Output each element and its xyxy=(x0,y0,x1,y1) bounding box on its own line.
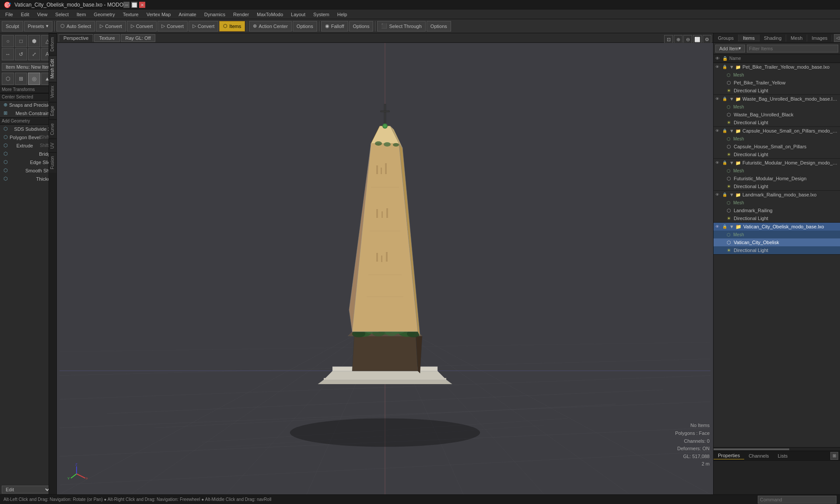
add-item-button[interactable]: Add Item ▾ xyxy=(715,45,745,52)
side-tab-edge[interactable]: Edge xyxy=(49,102,56,119)
tool-deform-icon[interactable]: ⬡ xyxy=(2,73,14,85)
items-list[interactable]: 👁 🔒 ▼ 📁 Pet_Bike_Trailer_Yellow_modo_bas… xyxy=(714,63,840,447)
tab-shading[interactable]: Shading xyxy=(760,35,786,42)
expand-left-icon[interactable]: ◁ xyxy=(834,34,840,42)
tool-sphere2-icon[interactable]: ◎ xyxy=(28,73,40,85)
smooth-shift-item[interactable]: ⬡ Smooth Shift xyxy=(0,166,56,175)
menu-item[interactable]: Item xyxy=(73,11,89,18)
auto-select-button[interactable]: ⬡ Auto Select xyxy=(56,21,95,32)
close-button[interactable]: ✕ xyxy=(139,2,145,8)
side-tab-curve[interactable]: Curve xyxy=(49,119,56,139)
side-tab-mesh-edit[interactable]: Mesh Edit xyxy=(49,55,56,82)
convert1-button[interactable]: ▷ Convert xyxy=(96,21,126,32)
mesh-constraints-item[interactable]: ⊞ Mesh Constraints xyxy=(0,109,56,117)
tool-scale-icon[interactable]: ⤢ xyxy=(28,48,40,60)
file-item-landmark[interactable]: 👁 🔒 ▼ 📁 Landmark_Railing_modo_base.lxo xyxy=(714,191,840,199)
side-tab-uv[interactable]: UV xyxy=(49,139,56,152)
vp-maximize-icon[interactable]: ⬜ xyxy=(693,35,702,44)
file-item-pet-bike[interactable]: 👁 🔒 ▼ 📁 Pet_Bike_Trailer_Yellow_modo_bas… xyxy=(714,63,840,71)
tool-rotate-icon[interactable]: ↺ xyxy=(15,48,27,60)
convert3-button[interactable]: ▷ Convert xyxy=(158,21,188,32)
mesh-item-vatican[interactable]: ⬡ Mesh xyxy=(714,231,840,238)
tool-cube-icon[interactable]: □ xyxy=(15,35,27,47)
tab-images[interactable]: Images xyxy=(807,35,832,42)
file-item-capsule[interactable]: 👁 🔒 ▼ 📁 Capsule_House_Small_on_Pillars_m… xyxy=(714,127,840,135)
menu-file[interactable]: File xyxy=(2,11,17,18)
snaps-precision-item[interactable]: ⊕ Snaps and Precision xyxy=(0,101,56,109)
obj-item-waste-bag[interactable]: ⬡ Waste_Bag_Unrolled_Black xyxy=(714,111,840,119)
expand-arrow-icon3[interactable]: ▼ xyxy=(729,128,734,133)
expand-arrow-icon5[interactable]: ▼ xyxy=(729,192,734,197)
add-geometry-header[interactable]: Add Geometry ▾ xyxy=(0,117,56,125)
thicken-item[interactable]: ⬡ Thicken xyxy=(0,175,56,183)
side-tab-fusion[interactable]: Fusion xyxy=(49,152,56,173)
mesh-item-pet-bike[interactable]: ⬡ Mesh xyxy=(714,71,840,79)
vp-settings-icon[interactable]: ⚙ xyxy=(703,35,711,44)
polygon-bevel-item[interactable]: ⬡ Polygon Bevel Shift-B xyxy=(0,133,56,141)
tool-cylinder-icon[interactable]: ⬢ xyxy=(28,35,40,47)
action-center-button[interactable]: ⊕ Action Center xyxy=(249,21,292,32)
expand-arrow-icon2[interactable]: ▼ xyxy=(729,96,734,102)
vp-zoom-out-icon[interactable]: ⊖ xyxy=(683,35,692,44)
edge-slice-item[interactable]: ⬡ Edge Slice xyxy=(0,158,56,166)
side-tab-deform[interactable]: Deform xyxy=(49,33,56,55)
tab-groups[interactable]: Groups xyxy=(714,35,738,42)
falloff-button[interactable]: ◉ Falloff xyxy=(321,21,348,32)
items-filter-input[interactable] xyxy=(747,45,838,52)
expand-arrow-icon6[interactable]: ▼ xyxy=(729,224,734,229)
obj-item-futuristic[interactable]: ⬡ Futuristic_Modular_Home_Design xyxy=(714,175,840,182)
expand-arrow-icon[interactable]: ▼ xyxy=(729,64,734,70)
tool-sphere-icon[interactable]: ○ xyxy=(2,35,14,47)
convert4-button[interactable]: ▷ Convert xyxy=(189,21,219,32)
file-item-vatican[interactable]: 👁 🔒 ▼ 📁 Vatican_City_Obelisk_modo_base.l… xyxy=(714,223,840,231)
tab-channels[interactable]: Channels xyxy=(744,452,773,459)
expand-arrow-icon4[interactable]: ▼ xyxy=(729,160,734,165)
select-through-button[interactable]: ⬛ Select Through xyxy=(377,21,425,32)
tab-items[interactable]: Items xyxy=(738,35,760,42)
command-input[interactable] xyxy=(758,496,836,504)
menu-maxtomodo[interactable]: MaxToModo xyxy=(253,11,287,18)
tool-move-icon[interactable]: ↔ xyxy=(2,48,14,60)
obj-item-vatican[interactable]: ⬡ Vatican_City_Obelisk xyxy=(714,238,840,246)
options1-button[interactable]: Options xyxy=(293,21,317,32)
obj-item-pet-bike[interactable]: ⬡ Pet_Bike_Trailer_Yellow xyxy=(714,79,840,87)
menu-render[interactable]: Render xyxy=(230,11,252,18)
convert2-button[interactable]: ▷ Convert xyxy=(127,21,157,32)
sds-subdivide-item[interactable]: ⬡ SDS Subdivide 2x xyxy=(0,125,56,133)
tab-properties[interactable]: Properties xyxy=(714,452,744,459)
viewport-tab-perspective[interactable]: Perspective xyxy=(59,34,93,42)
menu-view[interactable]: View xyxy=(34,11,51,18)
presets-button[interactable]: Presets ▾ xyxy=(24,21,52,32)
extrude-item[interactable]: ⬡ Extrude Shift-X xyxy=(0,141,56,150)
light-item-capsule[interactable]: ☀ Directional Light xyxy=(714,150,840,158)
menu-geometry[interactable]: Geometry xyxy=(90,11,118,18)
light-item-pet-bike[interactable]: ☀ Directional Light xyxy=(714,87,840,94)
file-item-waste-bag[interactable]: 👁 🔒 ▼ 📁 Waste_Bag_Unrolled_Black_modo_ba… xyxy=(714,95,840,103)
bridge-item[interactable]: ⬡ Bridge xyxy=(0,150,56,158)
mode-dropdown[interactable]: Edit xyxy=(2,486,51,494)
menu-animate[interactable]: Animate xyxy=(175,11,200,18)
mesh-item-landmark[interactable]: ⬡ Mesh xyxy=(714,199,840,206)
menu-dynamics[interactable]: Dynamics xyxy=(201,11,229,18)
menu-texture[interactable]: Texture xyxy=(119,11,142,18)
vp-fit-icon[interactable]: ⊡ xyxy=(664,35,673,44)
light-item-vatican[interactable]: ☀ Directional Light xyxy=(714,246,840,254)
mesh-item-waste-bag[interactable]: ⬡ Mesh xyxy=(714,103,840,111)
more-transforms-header[interactable]: More Transforms ▾ xyxy=(0,86,56,93)
menu-vertex-map[interactable]: Vertex Map xyxy=(143,11,175,18)
light-item-landmark[interactable]: ☀ Directional Light xyxy=(714,214,840,222)
light-item-futuristic[interactable]: ☀ Directional Light xyxy=(714,182,840,190)
tab-lists[interactable]: Lists xyxy=(774,452,792,459)
menu-select[interactable]: Select xyxy=(52,11,72,18)
minimize-button[interactable]: ─ xyxy=(123,2,130,8)
side-tab-vertex[interactable]: Vertex xyxy=(49,82,56,102)
options3-button[interactable]: Options xyxy=(427,21,451,32)
bottom-expand-icon[interactable]: ⊞ xyxy=(830,452,838,460)
menu-edit[interactable]: Edit xyxy=(18,11,33,18)
sculpt-button[interactable]: Sculpt xyxy=(2,21,23,32)
items-button[interactable]: ⬡ Items xyxy=(219,21,245,32)
tool-grid-icon[interactable]: ⊞ xyxy=(15,73,27,85)
viewport-tab-texture[interactable]: Texture xyxy=(94,34,119,42)
mesh-item-futuristic[interactable]: ⬡ Mesh xyxy=(714,167,840,175)
viewport-canvas[interactable]: No Items Polygons : Face Channels: 0 Def… xyxy=(57,43,713,494)
